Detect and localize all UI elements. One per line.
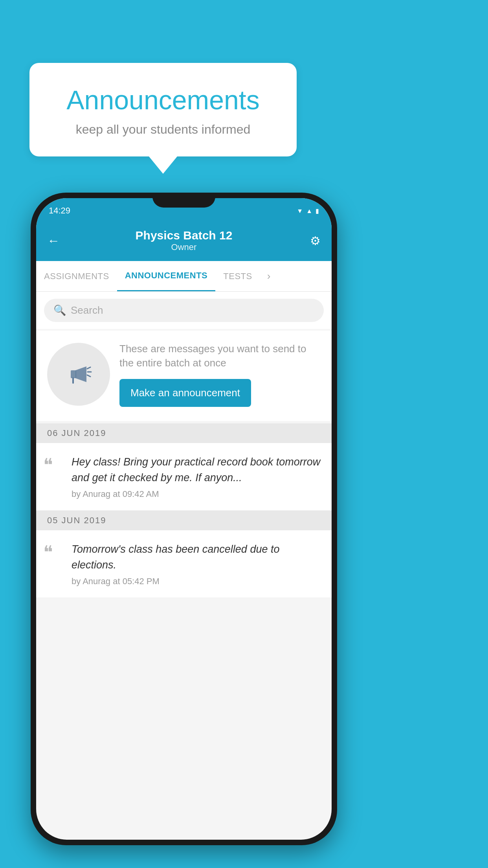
header-subtitle: Owner (67, 242, 301, 252)
app-header: ← Physics Batch 12 Owner ⚙ (36, 222, 332, 261)
header-title: Physics Batch 12 (67, 229, 301, 242)
bubble-title: Announcements (53, 85, 273, 115)
announcement-content-1: Hey class! Bring your practical record b… (72, 454, 321, 499)
announcement-promo-card: These are messages you want to send to t… (36, 331, 332, 421)
bubble-subtitle: keep all your students informed (53, 122, 273, 137)
announcement-meta-2: by Anurag at 05:42 PM (72, 576, 321, 587)
speech-bubble-section: Announcements keep all your students inf… (29, 63, 297, 174)
tab-announcements[interactable]: ANNOUNCEMENTS (117, 261, 216, 291)
search-icon: 🔍 (53, 304, 66, 316)
promo-description: These are messages you want to send to t… (119, 342, 321, 370)
phone-mockup: 14:29 ← Physics Batch 12 Owner ⚙ ASSIGNM… (31, 193, 337, 845)
search-placeholder: Search (71, 304, 103, 316)
battery-icon (316, 207, 319, 215)
gear-icon[interactable]: ⚙ (301, 234, 321, 248)
announcement-meta-1: by Anurag at 09:42 AM (72, 489, 321, 499)
announcement-content-2: Tomorrow's class has been cancelled due … (72, 541, 321, 587)
announcement-item-1[interactable]: ❝ Hey class! Bring your practical record… (36, 443, 332, 511)
tabs-container: ASSIGNMENTS ANNOUNCEMENTS TESTS › (36, 261, 332, 292)
date-divider-june-05: 05 JUN 2019 (36, 511, 332, 530)
status-icons (297, 207, 319, 215)
promo-right: These are messages you want to send to t… (119, 342, 321, 407)
tab-tests[interactable]: TESTS (215, 262, 260, 291)
search-bar[interactable]: 🔍 Search (44, 299, 324, 322)
quote-icon-1: ❝ (43, 456, 65, 474)
svg-line-1 (87, 367, 90, 369)
wifi-icon (297, 207, 303, 215)
quote-icon-2: ❝ (43, 544, 65, 562)
announcement-text-1: Hey class! Bring your practical record b… (72, 454, 321, 486)
phone-screen: 14:29 ← Physics Batch 12 Owner ⚙ ASSIGNM… (36, 198, 332, 840)
announcement-text-2: Tomorrow's class has been cancelled due … (72, 541, 321, 573)
back-button[interactable]: ← (47, 234, 67, 248)
tab-assignments[interactable]: ASSIGNMENTS (36, 262, 117, 291)
svg-line-3 (87, 375, 90, 377)
phone-notch (152, 193, 215, 208)
header-title-container: Physics Batch 12 Owner (67, 229, 301, 252)
search-bar-container: 🔍 Search (36, 292, 332, 329)
signal-icon (306, 207, 312, 215)
make-announcement-button[interactable]: Make an announcement (119, 379, 251, 407)
announcement-item-2[interactable]: ❝ Tomorrow's class has been cancelled du… (36, 530, 332, 598)
phone-outer-shell: 14:29 ← Physics Batch 12 Owner ⚙ ASSIGNM… (31, 193, 337, 845)
bubble-arrow (149, 156, 177, 174)
svg-rect-0 (71, 370, 76, 378)
status-time: 14:29 (49, 206, 70, 216)
megaphone-icon (63, 359, 94, 390)
speech-bubble-card: Announcements keep all your students inf… (29, 63, 297, 156)
megaphone-circle (47, 343, 110, 406)
date-divider-june-06: 06 JUN 2019 (36, 423, 332, 443)
tab-more-icon[interactable]: › (260, 262, 278, 290)
